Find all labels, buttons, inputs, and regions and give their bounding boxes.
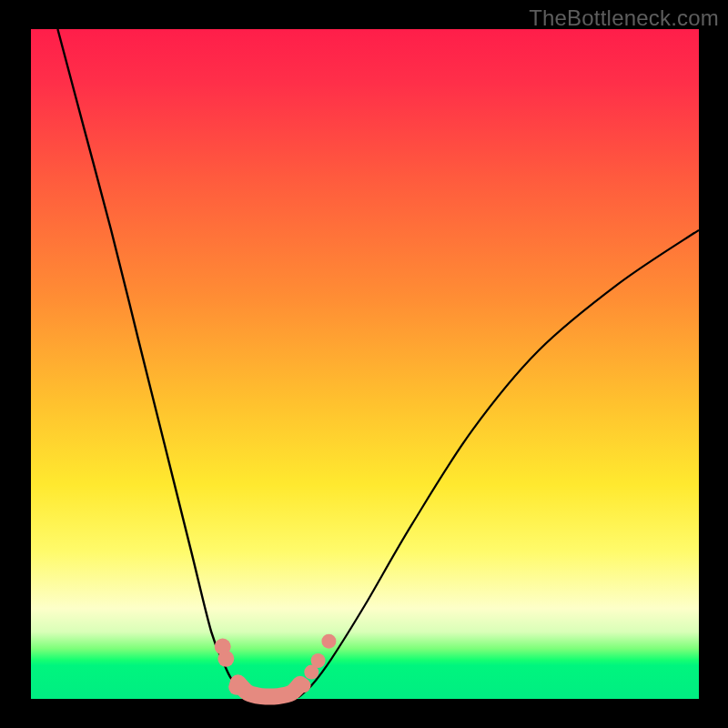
right-curve bbox=[298, 230, 699, 698]
data-marker bbox=[217, 651, 234, 667]
left-markers bbox=[215, 639, 245, 695]
valley-segment bbox=[238, 682, 300, 696]
outer-frame: TheBottleneck.com bbox=[0, 0, 728, 728]
data-marker bbox=[297, 678, 311, 693]
data-marker bbox=[311, 653, 326, 668]
data-marker bbox=[228, 679, 245, 695]
chart-svg bbox=[31, 29, 699, 699]
chart-panel bbox=[31, 29, 699, 699]
data-marker bbox=[321, 634, 336, 649]
right-markers bbox=[297, 634, 337, 693]
left-curve bbox=[57, 29, 251, 698]
watermark-text: TheBottleneck.com bbox=[529, 5, 719, 31]
